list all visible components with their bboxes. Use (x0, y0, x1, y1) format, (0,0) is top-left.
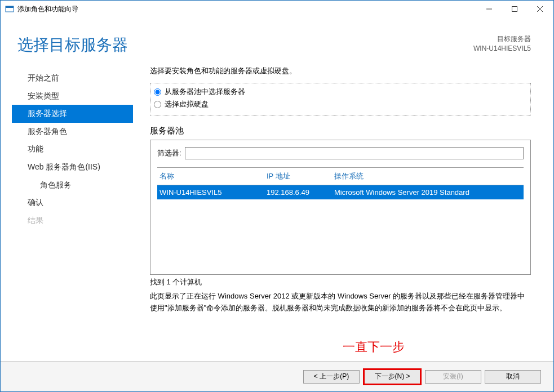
found-count: 找到 1 个计算机 (150, 277, 531, 287)
selection-radio-group: 从服务器池中选择服务器 选择虚拟硬盘 (150, 83, 531, 115)
note-text: 此页显示了正在运行 Windows Server 2012 或更新版本的 Win… (150, 291, 531, 314)
app-icon (5, 5, 14, 14)
header: 选择目标服务器 目标服务器 WIN-U14HIESVIL5 (1, 17, 553, 66)
main: 开始之前 安装类型 服务器选择 服务器角色 功能 Web 服务器角色(IIS) … (1, 66, 553, 361)
sidebar-item-role-services[interactable]: 角色服务 (17, 176, 133, 194)
instruction-text: 选择要安装角色和功能的服务器或虚拟硬盘。 (150, 66, 531, 76)
sidebar-item-before-you-begin[interactable]: 开始之前 (17, 69, 133, 87)
destination-server: WIN-U14HIESVIL5 (473, 44, 531, 54)
maximize-button[interactable] (502, 1, 527, 17)
titlebar: 添加角色和功能向导 (1, 1, 553, 17)
server-pool-box: 筛选器: 名称 IP 地址 操作系统 WIN-U14HIESVIL5 19 (150, 140, 531, 275)
sidebar-item-features[interactable]: 功能 (17, 140, 133, 158)
minimize-button[interactable] (476, 1, 502, 17)
table-row[interactable]: WIN-U14HIESVIL5 192.168.6.49 Microsoft W… (157, 185, 524, 199)
window-controls (476, 1, 552, 17)
svg-rect-1 (6, 6, 14, 8)
previous-button[interactable]: < 上一步(P) (303, 370, 360, 384)
sidebar-item-installation-type[interactable]: 安装类型 (17, 87, 133, 105)
destination-label: 目标服务器 (473, 34, 531, 44)
radio-select-from-pool-input[interactable] (154, 88, 161, 96)
sidebar-item-results: 结果 (17, 212, 133, 230)
install-button: 安装(I) (425, 370, 481, 384)
cell-ip: 192.168.6.49 (267, 188, 334, 197)
content: 选择要安装角色和功能的服务器或虚拟硬盘。 从服务器池中选择服务器 选择虚拟硬盘 … (133, 66, 531, 361)
table-body: WIN-U14HIESVIL5 192.168.6.49 Microsoft W… (157, 185, 524, 274)
radio-select-from-pool-label: 从服务器池中选择服务器 (165, 87, 245, 97)
cancel-button[interactable]: 取消 (485, 370, 541, 384)
radio-select-from-pool[interactable]: 从服务器池中选择服务器 (154, 86, 527, 98)
filter-input[interactable] (185, 147, 524, 159)
page-title: 选择目标服务器 (17, 34, 473, 56)
sidebar-item-web-server-iis[interactable]: Web 服务器角色(IIS) (17, 158, 133, 176)
cell-name: WIN-U14HIESVIL5 (159, 188, 267, 197)
cell-os: Microsoft Windows Server 2019 Standard (334, 188, 521, 197)
destination-box: 目标服务器 WIN-U14HIESVIL5 (473, 34, 531, 54)
column-name[interactable]: 名称 (159, 171, 267, 181)
sidebar-item-confirmation[interactable]: 确认 (17, 194, 133, 212)
annotation-text: 一直下一步 (343, 338, 405, 355)
footer: < 上一步(P) 下一步(N) > 安装(I) 取消 (1, 361, 553, 391)
wizard-window: 添加角色和功能向导 选择目标服务器 目标服务器 WIN-U14HIESVIL5 … (0, 0, 554, 392)
sidebar-item-server-roles[interactable]: 服务器角色 (17, 123, 133, 141)
column-os[interactable]: 操作系统 (334, 171, 521, 181)
server-pool-label: 服务器池 (150, 126, 531, 136)
filter-label: 筛选器: (157, 148, 181, 158)
column-ip[interactable]: IP 地址 (267, 171, 334, 181)
next-button[interactable]: 下一步(N) > (363, 368, 422, 385)
radio-select-vhd-input[interactable] (154, 101, 161, 108)
filter-row: 筛选器: (157, 147, 524, 159)
sidebar: 开始之前 安装类型 服务器选择 服务器角色 功能 Web 服务器角色(IIS) … (1, 66, 133, 361)
table-header: 名称 IP 地址 操作系统 (157, 168, 524, 185)
radio-select-vhd[interactable]: 选择虚拟硬盘 (154, 98, 527, 110)
radio-select-vhd-label: 选择虚拟硬盘 (165, 99, 209, 109)
server-table: 名称 IP 地址 操作系统 WIN-U14HIESVIL5 192.168.6.… (157, 167, 524, 274)
sidebar-item-server-selection[interactable]: 服务器选择 (12, 105, 133, 123)
window-title: 添加角色和功能向导 (17, 5, 476, 14)
body: 选择目标服务器 目标服务器 WIN-U14HIESVIL5 开始之前 安装类型 … (1, 17, 553, 391)
close-button[interactable] (527, 1, 552, 17)
svg-rect-3 (512, 7, 517, 12)
